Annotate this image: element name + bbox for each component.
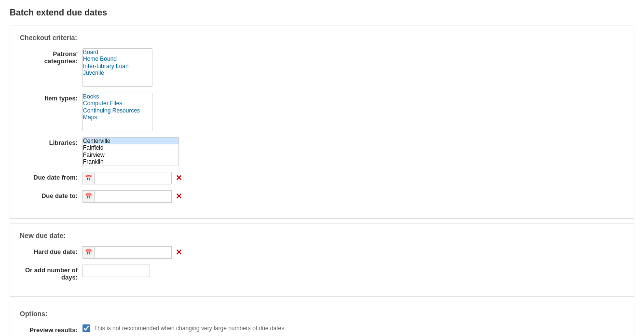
- new-due-date-title: New due date:: [20, 232, 624, 239]
- patrons-control: BoardHome BoundInter-Library LoanJuvenil…: [82, 48, 152, 87]
- due-date-from-label: Due date from:: [20, 172, 82, 181]
- due-date-from-calendar-icon[interactable]: 📅: [83, 172, 95, 184]
- due-date-to-row: Due date to: 📅 ✕: [20, 190, 624, 203]
- add-days-control: [82, 265, 150, 277]
- options-section: Options: Preview results: This is not re…: [10, 302, 634, 336]
- due-date-from-control: 📅 ✕: [82, 172, 182, 184]
- hard-due-date-input[interactable]: [95, 249, 171, 256]
- hard-due-date-label: Hard due date:: [20, 246, 82, 255]
- patrons-label: Patrons' categories:: [20, 48, 82, 65]
- due-date-to-clear-button[interactable]: ✕: [176, 193, 182, 200]
- item-types-row: Item types: BooksComputer FilesContinuin…: [20, 93, 624, 131]
- add-days-row: Or add number of days:: [20, 265, 624, 281]
- patrons-row: Patrons' categories: BoardHome BoundInte…: [20, 48, 624, 87]
- hard-due-date-calendar-icon[interactable]: 📅: [83, 247, 95, 258]
- due-date-to-label: Due date to:: [20, 190, 82, 199]
- item-types-label: Item types:: [20, 93, 82, 102]
- checkout-criteria-title: Checkout criteria:: [20, 34, 624, 42]
- add-days-input[interactable]: [82, 265, 150, 277]
- options-title: Options:: [20, 310, 624, 318]
- checkout-criteria-section: Checkout criteria: Patrons' categories: …: [10, 26, 634, 219]
- hard-due-date-control: 📅 ✕: [82, 246, 182, 259]
- due-date-to-input[interactable]: [95, 193, 171, 200]
- libraries-label: Libraries:: [20, 137, 82, 146]
- libraries-select[interactable]: CentervilleFairfieldFairviewFranklin: [82, 137, 179, 166]
- due-date-to-field: 📅: [82, 190, 172, 203]
- due-date-to-control: 📅 ✕: [82, 190, 182, 203]
- page-wrapper: Batch extend due dates Checkout criteria…: [0, 0, 644, 336]
- due-date-from-clear-button[interactable]: ✕: [176, 174, 182, 182]
- due-date-from-row: Due date from: 📅 ✕: [20, 172, 624, 184]
- preview-results-label: Preview results:: [20, 324, 82, 334]
- item-types-select[interactable]: BooksComputer FilesContinuing ResourcesM…: [82, 93, 152, 131]
- hard-due-date-row: Hard due date: 📅 ✕: [20, 246, 624, 259]
- due-date-to-calendar-icon[interactable]: 📅: [83, 191, 95, 202]
- due-date-from-field: 📅: [82, 172, 172, 184]
- item-types-control: BooksComputer FilesContinuing ResourcesM…: [82, 93, 152, 131]
- libraries-row: Libraries: CentervilleFairfieldFairviewF…: [20, 137, 624, 166]
- preview-results-control: This is not recommended when changing ve…: [82, 324, 286, 332]
- patrons-select[interactable]: BoardHome BoundInter-Library LoanJuvenil…: [82, 48, 152, 87]
- preview-results-row: Preview results: This is not recommended…: [20, 324, 624, 334]
- new-due-date-section: New due date: Hard due date: 📅 ✕ Or add …: [10, 224, 634, 297]
- add-days-label: Or add number of days:: [20, 265, 82, 281]
- preview-results-checkbox[interactable]: [82, 324, 90, 332]
- preview-results-description: This is not recommended when changing ve…: [94, 325, 286, 332]
- due-date-from-input[interactable]: [95, 175, 171, 182]
- libraries-control: CentervilleFairfieldFairviewFranklin: [82, 137, 179, 166]
- hard-due-date-clear-button[interactable]: ✕: [176, 249, 182, 256]
- page-title: Batch extend due dates: [10, 8, 634, 18]
- hard-due-date-field: 📅: [82, 246, 172, 259]
